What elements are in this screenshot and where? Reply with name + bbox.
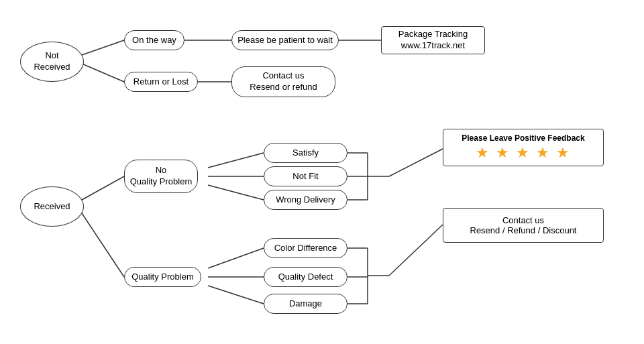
svg-line-6 — [82, 213, 124, 277]
svg-line-5 — [82, 176, 124, 200]
contact-resend-refund-discount-box: Contact us Resend / Refund / Discount — [443, 208, 604, 243]
stars: ★ ★ ★ ★ ★ — [450, 144, 596, 162]
diagram: Not Received On the way Return or Lost P… — [0, 0, 644, 344]
color-difference-node: Color Difference — [264, 238, 347, 258]
svg-line-10 — [208, 248, 264, 268]
wrong-delivery-node: Wrong Delivery — [264, 190, 347, 210]
on-the-way-node: On the way — [124, 30, 184, 50]
please-feedback-box: Please Leave Positive Feedback ★ ★ ★ ★ ★ — [443, 129, 604, 166]
feedback-label: Please Leave Positive Feedback — [450, 133, 596, 143]
not-fit-node: Not Fit — [264, 166, 347, 186]
svg-line-24 — [389, 225, 443, 276]
svg-line-7 — [208, 153, 264, 168]
satisfy-node: Satisfy — [264, 143, 347, 163]
contact-resend-refund-node: Contact us Resend or refund — [231, 66, 335, 97]
received-node: Received — [20, 186, 84, 227]
quality-problem-node: Quality Problem — [124, 267, 201, 287]
svg-line-1 — [82, 64, 124, 82]
not-received-node: Not Received — [20, 42, 84, 82]
package-tracking-node: Package Tracking www.17track.net — [381, 26, 485, 54]
svg-line-23 — [389, 149, 443, 176]
quality-defect-node: Quality Defect — [264, 267, 347, 287]
svg-line-0 — [82, 40, 124, 55]
damage-node: Damage — [264, 294, 347, 314]
patient-wait-node: Please be patient to wait — [231, 30, 339, 50]
svg-line-12 — [208, 286, 264, 304]
return-or-lost-node: Return or Lost — [124, 72, 198, 92]
no-quality-problem-node: No Quality Problem — [124, 160, 198, 193]
svg-line-9 — [208, 185, 264, 200]
